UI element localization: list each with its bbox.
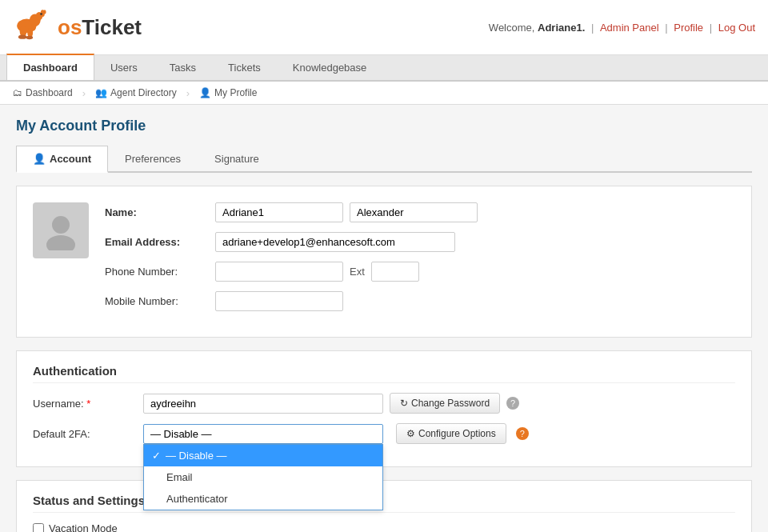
phone-row: Phone Number: Ext — [105, 262, 735, 282]
user-icon: 👤 — [33, 153, 46, 165]
dashboard-icon: 🗂 — [13, 87, 22, 98]
required-marker: * — [86, 398, 90, 410]
profile-area: Name: Email Address: Phone Number: Ext — [33, 202, 735, 321]
tab-account[interactable]: 👤 Account — [16, 146, 108, 173]
vacation-mode-row: Vacation Mode — [33, 522, 735, 532]
default-2fa-label: Default 2FA: — [33, 428, 137, 440]
mobile-label: Mobile Number: — [105, 295, 209, 307]
logout-link[interactable]: Log Out — [718, 22, 755, 34]
change-password-button[interactable]: ↻ Change Password — [390, 393, 500, 414]
authentication-section: Authentication Username: * ↻ Change Pass… — [16, 350, 752, 467]
mobile-row: Mobile Number: — [105, 291, 735, 311]
logo-brand: osTicket — [58, 15, 142, 40]
phone-label: Phone Number: — [105, 266, 209, 278]
profile-link[interactable]: Profile — [674, 22, 703, 34]
tabs: 👤 Account Preferences Signature — [16, 146, 752, 173]
content: My Account Profile 👤 Account Preferences… — [0, 105, 768, 532]
sub-sep2: › — [186, 87, 190, 99]
auth-section-title: Authentication — [33, 364, 735, 383]
username-label: Username: * — [33, 398, 137, 410]
sub-dashboard[interactable]: 🗂 Dashboard — [6, 85, 79, 101]
logo: osTicket — [13, 6, 142, 48]
nav-tasks[interactable]: Tasks — [154, 55, 212, 80]
2fa-dropdown-list: ✓ — Disable — Email Authenticator — [143, 444, 383, 510]
sub-sep1: › — [82, 87, 86, 99]
2fa-help-icon[interactable]: ? — [516, 427, 529, 440]
svg-point-10 — [31, 24, 35, 31]
welcome-text: Welcome, — [489, 22, 535, 34]
nav-tickets[interactable]: Tickets — [212, 55, 277, 80]
tab-preferences[interactable]: Preferences — [108, 146, 198, 171]
nav-users[interactable]: Users — [94, 55, 154, 80]
svg-point-11 — [52, 216, 70, 234]
svg-point-8 — [18, 35, 26, 39]
page-title: My Account Profile — [16, 118, 752, 134]
sub-nav: 🗂 Dashboard › 👥 Agent Directory › 👤 My P… — [0, 82, 768, 105]
svg-point-9 — [26, 36, 33, 39]
svg-point-5 — [40, 13, 42, 15]
name-label: Name: — [105, 206, 209, 218]
status-section: Status and Settings Vacation Mode — [16, 480, 752, 532]
nav-knowledgebase[interactable]: Knowledgebase — [277, 55, 383, 80]
sub-agent-directory[interactable]: 👥 Agent Directory — [89, 85, 183, 101]
password-help-icon[interactable]: ? — [506, 397, 519, 410]
email-input[interactable] — [215, 232, 455, 252]
agents-icon: 👥 — [95, 87, 107, 98]
2fa-dropdown-container: — Disable — Email Authenticator ✓ — Disa… — [143, 424, 383, 444]
avatar — [33, 202, 89, 258]
vacation-mode-checkbox[interactable] — [33, 523, 44, 533]
default-2fa-row: Default 2FA: — Disable — Email Authentic… — [33, 423, 735, 444]
phone-input[interactable] — [215, 262, 343, 282]
gear-icon: ⚙ — [406, 428, 415, 439]
mobile-input[interactable] — [215, 291, 343, 311]
user-info: Welcome, Adriane1. | Admin Panel | Profi… — [489, 22, 755, 34]
kangaroo-icon — [13, 6, 54, 48]
email-label: Email Address: — [105, 236, 209, 248]
dropdown-option-email[interactable]: Email — [144, 466, 382, 488]
admin-panel-link[interactable]: Admin Panel — [600, 22, 659, 34]
svg-point-4 — [43, 10, 46, 14]
name-row: Name: — [105, 202, 735, 222]
profile-form: Name: Email Address: Phone Number: Ext — [16, 186, 752, 338]
dropdown-option-disable[interactable]: ✓ — Disable — — [144, 445, 382, 466]
sub-my-profile[interactable]: 👤 My Profile — [193, 85, 263, 101]
vacation-mode-label: Vacation Mode — [49, 522, 118, 532]
email-row: Email Address: — [105, 232, 735, 252]
ext-label: Ext — [350, 266, 365, 278]
svg-point-12 — [46, 235, 75, 250]
checkmark-icon: ✓ — [152, 450, 161, 462]
separator3: | — [710, 22, 715, 34]
tab-signature[interactable]: Signature — [198, 146, 276, 171]
main-nav: Dashboard Users Tasks Tickets Knowledgeb… — [0, 55, 768, 82]
last-name-input[interactable] — [350, 202, 478, 222]
separator2: | — [665, 22, 670, 34]
username-input[interactable] — [143, 394, 383, 414]
username-row: Username: * ↻ Change Password ? — [33, 393, 735, 414]
my-profile-icon: 👤 — [199, 87, 211, 98]
dropdown-option-authenticator[interactable]: Authenticator — [144, 488, 382, 510]
nav-dashboard[interactable]: Dashboard — [6, 54, 94, 80]
refresh-icon: ↻ — [400, 398, 408, 409]
header: osTicket Welcome, Adriane1. | Admin Pane… — [0, 0, 768, 55]
profile-fields: Name: Email Address: Phone Number: Ext — [105, 202, 735, 321]
configure-options-button[interactable]: ⚙ Configure Options — [396, 423, 506, 444]
username-display: Adriane1. — [538, 22, 585, 34]
separator: | — [591, 22, 597, 34]
first-name-input[interactable] — [215, 202, 343, 222]
2fa-dropdown[interactable]: — Disable — Email Authenticator — [143, 424, 383, 444]
status-section-title: Status and Settings — [33, 494, 735, 513]
ext-input[interactable] — [371, 262, 419, 282]
